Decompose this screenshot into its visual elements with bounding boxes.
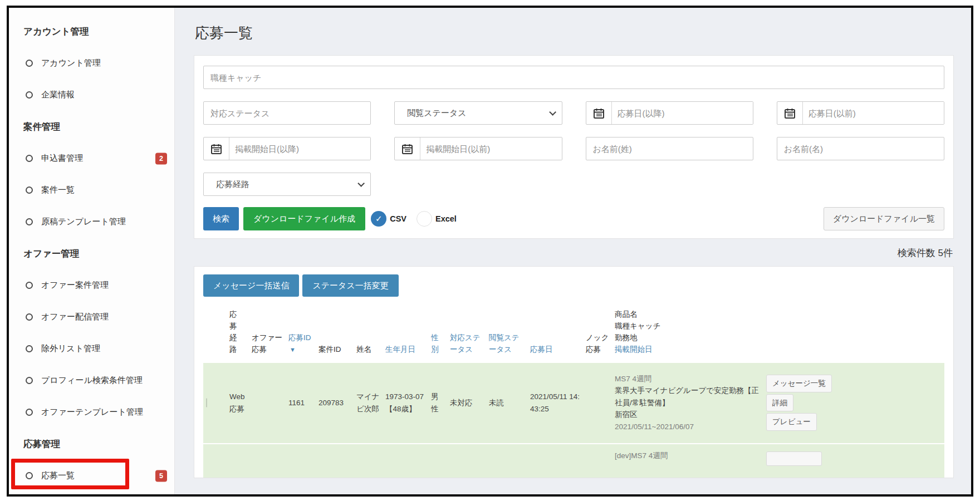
sidebar-item-application-list[interactable]: 応募一覧 5 [9,460,174,492]
apply-date-to-input[interactable] [803,102,944,124]
sidebar-item-anken-list[interactable]: 案件一覧 [9,174,174,206]
row-checkbox[interactable] [206,398,207,407]
sidebar-item-company-info[interactable]: 企業情報 [9,79,174,111]
circle-outline-icon [26,155,33,162]
header-route: 応募経路 [227,307,249,363]
apply-route-select[interactable]: 応募経路 [203,173,371,196]
csv-radio-label: CSV [390,214,406,223]
cell-route: Web応募 [227,363,249,444]
sidebar-item-application-form-management[interactable]: 申込書管理 2 [9,143,174,174]
apply-date-from-input[interactable] [612,102,753,124]
sidebar-section-oubo: 応募管理 [9,428,174,460]
sidebar-item-label: オファー案件管理 [41,280,109,291]
sidebar-section-offer: オファー管理 [9,238,174,269]
header-apply-date-sort[interactable]: 応募日 [527,307,583,363]
last-name-input[interactable] [586,137,753,160]
table-header-row: 応募経路 オファー応募 応募ID▼ 案件ID 姓名 生年月日 性別 対応ステータ… [203,307,944,363]
cell-apply-date: 2021/05/11 14:43:25 [527,363,583,444]
sidebar-item-offer-template-management[interactable]: オファーテンプレート管理 [9,396,174,428]
posting-start-from-input[interactable] [229,137,370,160]
taiou-status-input[interactable] [203,101,371,125]
header-offer: オファー応募 [249,307,286,363]
circle-outline-icon [26,313,33,321]
header-gender-sort[interactable]: 性別 [428,307,447,363]
message-list-button[interactable] [766,451,822,466]
bulk-status-change-button[interactable]: ステータス一括変更 [302,274,398,297]
sidebar-item-profile-search-condition-management[interactable]: プロフィール検索条件管理 [9,365,174,396]
applications-table: 応募経路 オファー応募 応募ID▼ 案件ID 姓名 生年月日 性別 対応ステータ… [203,307,944,478]
apply-date-from-field [586,101,753,125]
posting-start-to-input[interactable] [420,137,561,160]
message-list-button[interactable]: メッセージ一覧 [766,375,832,392]
sort-desc-icon: ▼ [290,346,296,353]
sidebar-item-label: 企業情報 [41,90,75,100]
select-value: 閲覧ステータス [407,108,466,119]
sidebar: アカウント管理 アカウント管理 企業情報 案件管理 申込書管理 2 案件一覧 原… [9,8,175,494]
download-file-list-button[interactable]: ダウンロードファイル一覧 [824,207,944,230]
cell-knock [583,363,612,444]
preview-button[interactable]: プレビュー [766,413,817,431]
etsuran-status-select[interactable]: 閲覧ステータス [394,101,562,125]
cell-etsuran-status: 未読 [486,363,527,444]
cell-apply-id: 1161 [286,363,316,444]
posting-start-from-field [203,137,371,160]
chevron-down-icon [549,109,556,116]
csv-radio[interactable]: ✓ CSV [371,211,411,227]
posting-start-to-field [394,137,562,160]
cell-name: マイナビ次郎 [354,363,383,444]
header-anken-id: 案件ID [316,307,354,363]
sidebar-item-account-management[interactable]: アカウント管理 [9,47,174,79]
excel-radio-label: Excel [435,214,457,223]
cell-actions: メッセージ一覧 詳細 プレビュー [763,363,944,444]
cell-taiou-status: 未対応 [447,363,486,444]
header-posting-start-sort[interactable]: 掲載開始日 [615,344,761,356]
cell-gender: 男性 [428,363,447,444]
bulk-message-send-button[interactable]: メッセージ一括送信 [203,274,299,297]
cell-birth: 1973-03-07【48歳】 [383,363,428,444]
calendar-icon [586,102,612,124]
header-knock: ノック応募 [583,307,612,363]
app-window: アカウント管理 アカウント管理 企業情報 案件管理 申込書管理 2 案件一覧 原… [7,6,973,497]
search-result-count: 検索件数 5件 [195,247,953,259]
search-button[interactable]: 検索 [203,207,239,230]
sidebar-section-anken: 案件管理 [9,111,174,143]
sidebar-item-label: 応募一覧 [41,470,75,481]
circle-outline-icon [26,409,33,416]
detail-button[interactable]: 詳細 [766,394,793,412]
excel-radio[interactable]: Excel [416,211,461,227]
cell-product: [dev]MS7 4週間 [612,444,763,478]
sidebar-item-label: オファーテンプレート管理 [41,407,143,418]
sidebar-item-label: プロフィール検索条件管理 [41,375,143,386]
circle-outline-icon [26,345,33,352]
first-name-input[interactable] [777,137,944,160]
results-panel: メッセージ一括送信 ステータス一括変更 応募経路 オファー応募 [194,266,954,478]
header-apply-id-sort[interactable]: 応募ID▼ [286,307,316,363]
circle-outline-icon [26,91,33,99]
sidebar-section-account: アカウント管理 [9,16,174,47]
cell-offer [249,363,286,444]
page-title: 応募一覧 [195,23,954,43]
sidebar-item-label: 原稿テンプレート管理 [41,217,126,227]
main-content: 応募一覧 閲覧ステータス [175,8,971,494]
sidebar-item-offer-delivery-management[interactable]: オファー配信管理 [9,301,174,333]
create-download-file-button[interactable]: ダウンロードファイル作成 [243,207,365,230]
sidebar-item-template-management[interactable]: 原稿テンプレート管理 [9,206,174,238]
sidebar-item-offer-anken-management[interactable]: オファー案件管理 [9,269,174,301]
circle-outline-icon [26,60,33,67]
sidebar-item-label: 案件一覧 [41,185,75,195]
keyword-input[interactable] [203,66,944,89]
table-row: [dev]MS7 4週間 [203,444,944,478]
chevron-down-icon [358,180,365,187]
header-etsuran-status-sort[interactable]: 閲覧ステータス [486,307,527,363]
sidebar-item-label: アカウント管理 [41,58,101,68]
header-name: 姓名 [354,307,383,363]
search-panel: 閲覧ステータス [194,55,954,239]
radio-checked-icon: ✓ [371,211,386,227]
header-birth-sort[interactable]: 生年月日 [383,307,428,363]
circle-outline-icon [26,377,33,384]
sidebar-item-label: オファー配信管理 [41,312,109,322]
sidebar-item-exclusion-list-management[interactable]: 除外リスト管理 [9,333,174,365]
header-taiou-status-sort[interactable]: 対応ステータス [447,307,486,363]
apply-date-to-field [777,101,944,125]
notification-badge: 2 [155,153,167,164]
